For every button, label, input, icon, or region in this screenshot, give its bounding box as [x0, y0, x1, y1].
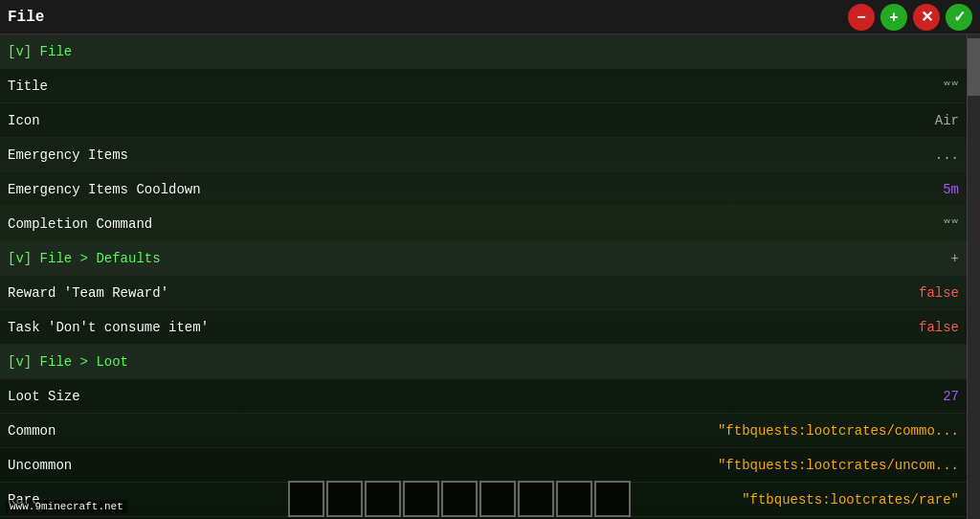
main-area: [v] FileTitleʷʷIconAirEmergency Items...… — [0, 34, 980, 519]
inv-slot-6[interactable] — [479, 481, 516, 517]
row-value-title-row: ʷʷ — [943, 78, 959, 94]
inv-slot-5[interactable] — [441, 481, 478, 517]
inv-slot-9[interactable] — [594, 481, 631, 517]
row-title-row[interactable]: Titleʷʷ — [0, 69, 967, 103]
row-value-common-row: "ftbquests:lootcrates/commo... — [718, 423, 959, 439]
row-label-title-row: Title — [8, 79, 48, 94]
row-label-file-defaults-section: [v] File > Defaults — [8, 251, 161, 266]
inv-slot-7[interactable] — [518, 481, 554, 517]
row-value-icon-row: Air — [935, 113, 959, 128]
row-label-common-row: Common — [8, 423, 56, 439]
row-loot-size-row[interactable]: Loot Size27 — [0, 379, 967, 414]
minimize-button[interactable]: − — [848, 4, 875, 31]
row-label-reward-team-reward-row: Reward 'Team Reward' — [8, 285, 168, 301]
inv-slot-4[interactable] — [403, 481, 439, 517]
row-label-emergency-items-row: Emergency Items — [8, 147, 128, 163]
watermark-text: www.9minecraft.net — [6, 500, 127, 513]
confirm-button[interactable]: ✓ — [946, 4, 972, 31]
inv-slot-2[interactable] — [326, 481, 363, 517]
row-emergency-items-row[interactable]: Emergency Items... — [0, 138, 967, 172]
row-uncommon-row[interactable]: Uncommon"ftbquests:lootcrates/uncom... — [0, 448, 967, 483]
scrollbar[interactable] — [967, 34, 980, 519]
row-icon-row[interactable]: IconAir — [0, 103, 967, 138]
row-label-file-loot-section: [v] File > Loot — [8, 354, 128, 370]
row-file-defaults-section[interactable]: [v] File > Defaults+ — [0, 241, 967, 276]
title-bar: File − + ✕ ✓ — [0, 0, 980, 34]
inventory-bar — [287, 479, 923, 519]
row-label-uncommon-row: Uncommon — [8, 458, 72, 473]
inv-slot-3[interactable] — [365, 481, 401, 517]
row-label-emergency-cooldown-row: Emergency Items Cooldown — [8, 182, 201, 197]
scrollbar-thumb[interactable] — [968, 38, 980, 96]
row-file-section[interactable]: [v] File — [0, 34, 967, 69]
row-value-task-consume-row: false — [919, 320, 959, 335]
row-value-uncommon-row: "ftbquests:lootcrates/uncom... — [718, 458, 959, 473]
row-label-loot-size-row: Loot Size — [8, 389, 80, 404]
row-file-loot-section[interactable]: [v] File > Loot — [0, 345, 967, 379]
inv-slot-1[interactable] — [288, 481, 324, 517]
row-value-file-defaults-section: + — [951, 251, 959, 266]
row-label-icon-row: Icon — [8, 113, 40, 128]
row-value-reward-team-reward-row: false — [919, 285, 959, 301]
row-label-file-section: [v] File — [8, 44, 72, 59]
row-value-loot-size-row: 27 — [943, 389, 959, 404]
row-label-completion-command-row: Completion Command — [8, 216, 152, 232]
row-common-row[interactable]: Common"ftbquests:lootcrates/commo... — [0, 414, 967, 448]
row-emergency-cooldown-row[interactable]: Emergency Items Cooldown5m — [0, 172, 967, 207]
add-button[interactable]: + — [880, 4, 907, 31]
property-list: [v] FileTitleʷʷIconAirEmergency Items...… — [0, 34, 967, 519]
row-value-emergency-items-row: ... — [935, 147, 959, 163]
window-title: File — [8, 9, 44, 26]
close-button[interactable]: ✕ — [913, 4, 940, 31]
inv-slot-8[interactable] — [556, 481, 592, 517]
row-value-completion-command-row: ʷʷ — [943, 215, 959, 232]
row-label-task-consume-row: Task 'Don't consume item' — [8, 320, 209, 335]
row-value-emergency-cooldown-row: 5m — [943, 182, 959, 197]
window-controls: − + ✕ ✓ — [848, 4, 972, 31]
row-completion-command-row[interactable]: Completion Commandʷʷ — [0, 207, 967, 241]
row-task-consume-row[interactable]: Task 'Don't consume item'false — [0, 310, 967, 345]
row-reward-team-reward-row[interactable]: Reward 'Team Reward'false — [0, 276, 967, 310]
